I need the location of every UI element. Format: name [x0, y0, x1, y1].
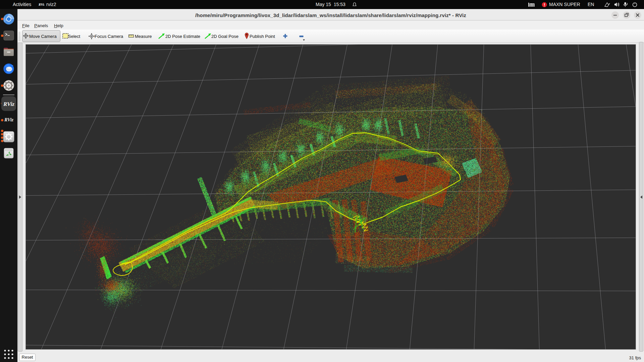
- svg-text:RViz: RViz: [4, 117, 14, 122]
- svg-text:RViz: RViz: [3, 101, 14, 107]
- svg-text:RViz: RViz: [39, 3, 44, 6]
